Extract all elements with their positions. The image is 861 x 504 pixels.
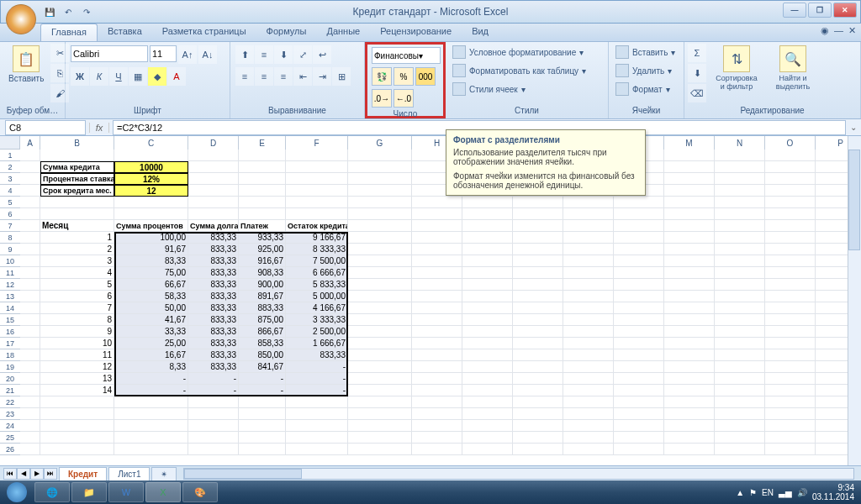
underline-icon[interactable]: Ч <box>109 67 128 86</box>
fill-color-icon[interactable]: ◆ <box>148 67 166 86</box>
cell-F4[interactable] <box>286 185 348 197</box>
cell-J5[interactable] <box>513 197 563 208</box>
cell-I21[interactable] <box>462 385 513 396</box>
cell-E6[interactable] <box>239 208 286 220</box>
cell-O24[interactable] <box>765 420 816 432</box>
cell-N26[interactable] <box>715 444 765 455</box>
wrap-text-icon[interactable]: ↩ <box>313 45 331 64</box>
cell-C1[interactable] <box>114 150 188 161</box>
cell-H26[interactable] <box>412 444 462 455</box>
cell-F3[interactable] <box>286 173 348 185</box>
cell-H19[interactable] <box>412 361 462 373</box>
cell-J25[interactable] <box>513 432 563 444</box>
cell-G24[interactable] <box>348 420 412 432</box>
horizontal-scrollbar[interactable] <box>183 468 854 480</box>
cell-J14[interactable] <box>513 302 563 314</box>
cell-O14[interactable] <box>765 302 816 314</box>
cell-C22[interactable] <box>114 396 188 408</box>
cell-G12[interactable] <box>348 279 412 291</box>
cell-D25[interactable] <box>188 432 239 444</box>
cell-L17[interactable] <box>614 338 664 349</box>
maximize-button[interactable]: ❐ <box>808 3 832 18</box>
row-header-18[interactable]: 18 <box>0 349 20 361</box>
cell-A5[interactable] <box>20 197 40 208</box>
cell-L16[interactable] <box>614 326 664 338</box>
cell-M8[interactable] <box>664 232 715 244</box>
cell-O18[interactable] <box>765 349 816 361</box>
comma-style-icon[interactable]: 000 <box>415 67 436 86</box>
cell-D6[interactable] <box>188 208 239 220</box>
cell-E2[interactable] <box>239 161 286 173</box>
help-icon[interactable]: ◉ <box>821 25 829 36</box>
cell-O6[interactable] <box>765 208 816 220</box>
cell-G25[interactable] <box>348 432 412 444</box>
cell-K7[interactable] <box>563 220 614 232</box>
start-button[interactable] <box>0 480 34 504</box>
cell-D20[interactable]: - <box>188 373 239 385</box>
cell-B15[interactable]: 8 <box>40 314 114 326</box>
cell-N11[interactable] <box>715 267 765 279</box>
row-header-10[interactable]: 10 <box>0 255 20 267</box>
row-header-7[interactable]: 7 <box>0 220 20 232</box>
cell-L9[interactable] <box>614 244 664 255</box>
close-button[interactable]: ✕ <box>833 3 857 18</box>
cell-F8[interactable]: 9 166,67 <box>286 232 348 244</box>
row-header-16[interactable]: 16 <box>0 326 20 338</box>
excel-task[interactable]: X <box>145 482 181 502</box>
cell-B21[interactable]: 14 <box>40 385 114 396</box>
cell-B3[interactable]: Процентная ставка <box>40 173 114 185</box>
cell-B19[interactable]: 12 <box>40 361 114 373</box>
cell-C5[interactable] <box>114 197 188 208</box>
word-task[interactable]: W <box>108 482 144 502</box>
minimize-ribbon-icon[interactable]: — <box>834 25 843 36</box>
cell-G21[interactable] <box>348 385 412 396</box>
cell-E21[interactable]: - <box>239 385 286 396</box>
cell-F25[interactable] <box>286 432 348 444</box>
cell-D24[interactable] <box>188 420 239 432</box>
align-bottom-icon[interactable]: ⬇ <box>274 45 293 64</box>
cell-D16[interactable]: 833,33 <box>188 326 239 338</box>
prev-sheet-button[interactable]: ◀ <box>17 468 30 480</box>
cell-E4[interactable] <box>239 185 286 197</box>
col-header-C[interactable]: C <box>114 136 188 150</box>
cell-O3[interactable] <box>765 173 816 185</box>
cell-O13[interactable] <box>765 291 816 302</box>
row-header-13[interactable]: 13 <box>0 291 20 302</box>
cell-G13[interactable] <box>348 291 412 302</box>
cell-B25[interactable] <box>40 432 114 444</box>
tab-formulas[interactable]: Формулы <box>256 24 317 41</box>
cell-F20[interactable]: - <box>286 373 348 385</box>
cell-H15[interactable] <box>412 314 462 326</box>
cell-D23[interactable] <box>188 408 239 420</box>
cell-F13[interactable]: 5 000,00 <box>286 291 348 302</box>
cell-A4[interactable] <box>20 185 40 197</box>
tab-data[interactable]: Данные <box>316 24 370 41</box>
cell-O15[interactable] <box>765 314 816 326</box>
cell-G5[interactable] <box>348 197 412 208</box>
cell-L7[interactable] <box>614 220 664 232</box>
cell-F22[interactable] <box>286 396 348 408</box>
cell-I24[interactable] <box>462 420 513 432</box>
cell-M16[interactable] <box>664 326 715 338</box>
cell-K11[interactable] <box>563 267 614 279</box>
cell-N15[interactable] <box>715 314 765 326</box>
cell-J18[interactable] <box>513 349 563 361</box>
cell-K14[interactable] <box>563 302 614 314</box>
cell-A1[interactable] <box>20 150 40 161</box>
cell-C4[interactable]: 12 <box>114 185 188 197</box>
cell-H22[interactable] <box>412 396 462 408</box>
cell-H7[interactable] <box>412 220 462 232</box>
cell-L21[interactable] <box>614 385 664 396</box>
row-header-23[interactable]: 23 <box>0 408 20 420</box>
cell-B4[interactable]: Срок кредита мес. <box>40 185 114 197</box>
row-header-25[interactable]: 25 <box>0 432 20 444</box>
tab-home[interactable]: Главная <box>40 24 98 41</box>
cell-I18[interactable] <box>462 349 513 361</box>
cell-N25[interactable] <box>715 432 765 444</box>
bold-icon[interactable]: Ж <box>71 67 89 86</box>
cell-C20[interactable]: - <box>114 373 188 385</box>
cell-A3[interactable] <box>20 173 40 185</box>
percent-icon[interactable]: % <box>394 67 414 86</box>
decrease-indent-icon[interactable]: ⇤ <box>293 67 312 86</box>
cell-G26[interactable] <box>348 444 412 455</box>
